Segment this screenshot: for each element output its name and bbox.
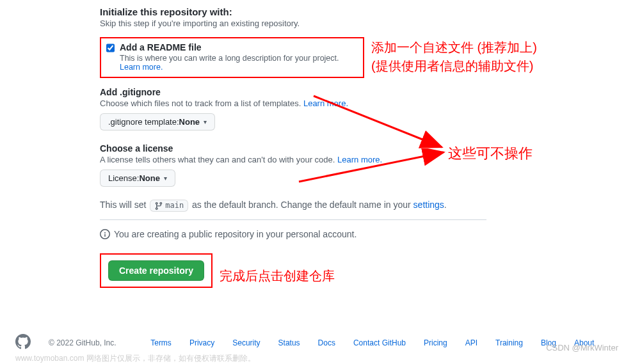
gitignore-title: Add .gitignore (100, 87, 486, 97)
chevron-down-icon: ▾ (204, 118, 207, 125)
settings-link[interactable]: settings (413, 200, 444, 210)
footer-link[interactable]: API (465, 338, 478, 347)
default-branch-note: This will set main as the default branch… (100, 200, 486, 212)
readme-desc: This is where you can write a long descr… (120, 54, 358, 72)
footer-link[interactable]: Training (495, 338, 523, 347)
gitignore-dropdown[interactable]: .gitignore template: None▾ (100, 113, 215, 131)
footer-link[interactable]: Security (232, 338, 260, 347)
init-subtitle: Skip this step if you're importing an ex… (100, 19, 486, 28)
gitignore-block: Add .gitignore Choose which files not to… (100, 87, 486, 131)
readme-learn-more-link[interactable]: Learn more. (120, 63, 163, 72)
footer: © 2022 GitHub, Inc. Terms Privacy Securi… (0, 334, 626, 351)
footer-link[interactable]: Terms (150, 338, 172, 347)
license-desc: A license tells others what they can and… (100, 155, 486, 164)
annotation-optional: 这些可不操作 (448, 143, 533, 164)
chevron-down-icon: ▾ (164, 175, 167, 182)
annotation-create: 完成后点击创建仓库 (220, 267, 335, 285)
footer-link[interactable]: Docs (318, 338, 335, 347)
license-learn-more-link[interactable]: Learn more. (337, 155, 382, 164)
footer-link[interactable]: Privacy (189, 338, 214, 347)
init-title: Initialize this repository with: (100, 6, 486, 17)
gitignore-desc: Choose which files not to track from a l… (100, 99, 486, 108)
license-dropdown[interactable]: License: None▾ (100, 170, 175, 187)
footer-links: Terms Privacy Security Status Docs Conta… (134, 338, 611, 347)
license-title: Choose a license (100, 143, 486, 154)
info-row: You are creating a public repository in … (100, 229, 486, 239)
readme-label: Add a README file (120, 42, 358, 52)
info-icon (100, 229, 110, 239)
github-logo-icon (15, 334, 31, 351)
separator (100, 219, 486, 220)
create-repository-button[interactable]: Create repository (108, 260, 204, 281)
license-block: Choose a license A license tells others … (100, 143, 486, 187)
footer-link[interactable]: Pricing (424, 338, 447, 347)
branch-badge: main (150, 200, 188, 212)
watermark-bottom: www.toymoban.com 网络图片仅展示，非存储，如有侵权请联系删除。 (15, 353, 255, 364)
footer-link[interactable]: Contact GitHub (353, 338, 406, 347)
footer-link[interactable]: Status (278, 338, 300, 347)
readme-checkbox[interactable] (106, 44, 115, 52)
watermark-csdn: CSDN @MrkWinter (546, 343, 618, 352)
git-branch-icon (154, 201, 165, 210)
readme-block: Add a README file This is where you can … (100, 37, 364, 78)
create-button-highlight: Create repository (100, 253, 213, 288)
gitignore-learn-more-link[interactable]: Learn more. (303, 99, 348, 108)
footer-copyright: © 2022 GitHub, Inc. (49, 338, 116, 347)
annotation-readme: 添加一个自述文件 (推荐加上) (提供使用者信息的辅助文件) (371, 38, 537, 75)
